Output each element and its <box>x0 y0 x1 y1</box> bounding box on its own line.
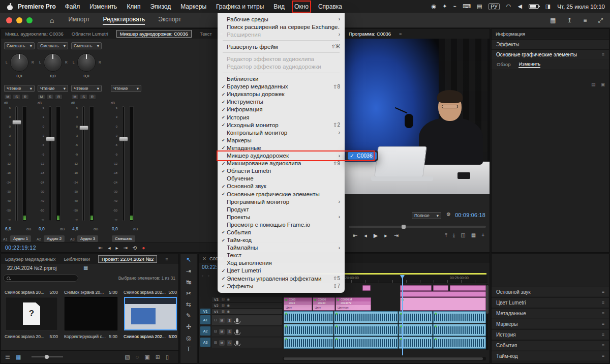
window-menu-item[interactable]: Библиотеки <box>218 75 345 83</box>
loop-icon[interactable]: ⟲ <box>133 245 137 251</box>
menubar-item[interactable]: Окно <box>294 3 309 10</box>
panel-menu-icon[interactable]: ≡ <box>602 300 604 305</box>
track-output-icon[interactable]: ◉ <box>227 310 230 314</box>
menubar-item[interactable]: Вид <box>273 3 285 10</box>
zoom-tool-icon[interactable]: ◎ <box>180 332 197 344</box>
display-icon[interactable]: ▤ <box>477 3 482 10</box>
zoom-window-button[interactable] <box>26 17 33 23</box>
mixer-timecode[interactable]: 00:22:19:12 <box>5 245 36 251</box>
video-clip[interactable] <box>362 285 371 291</box>
window-menu-item[interactable]: ✓Эффекты⇧7 <box>218 282 345 290</box>
workspaces-icon[interactable]: ▦ <box>550 17 556 24</box>
video-clip[interactable] <box>450 285 486 291</box>
solo-button[interactable]: S <box>227 340 232 346</box>
solo-button[interactable]: S <box>227 318 232 323</box>
audio-clip[interactable] <box>433 311 486 323</box>
track-output-icon[interactable]: ◉ <box>227 297 230 301</box>
snap-icon[interactable]: ▫ <box>202 274 203 278</box>
window-menu-item[interactable]: Редактор эффектов аудиодорожки <box>218 63 345 70</box>
menubar-item[interactable]: Клип <box>127 3 140 10</box>
video-track-header[interactable]: V1⊟◉ <box>212 309 282 315</box>
window-menu-item[interactable]: ✓Метаданные <box>218 144 345 151</box>
panel-tab[interactable]: Проект: 22.04.2024 №2 <box>98 255 157 263</box>
new-bin-icon[interactable]: ▣ <box>144 354 149 360</box>
video-clip[interactable] <box>400 297 486 311</box>
source-patch-A2[interactable]: A2 <box>200 326 210 336</box>
delete-icon[interactable]: ▯ <box>166 354 169 360</box>
tab-essential-graphics[interactable]: Основные графические элементы ≡ <box>492 49 609 59</box>
workspace-menu-icon[interactable]: ≡ <box>583 17 587 24</box>
window-menu-item[interactable]: Просмотр с помощью Frame.io <box>218 221 345 228</box>
mic-record-icon[interactable] <box>236 341 238 345</box>
panel-menu-icon[interactable]: ≡ <box>602 353 604 358</box>
track-m-button[interactable]: M <box>38 94 45 100</box>
window-menu-item[interactable]: ✓События <box>218 228 345 236</box>
scrubber-handle[interactable] <box>402 225 406 229</box>
video-clip[interactable]: C0036.M2024072Цветная <box>336 297 371 311</box>
window-menu-item[interactable]: ✓Основные графические элементы <box>218 190 345 198</box>
mode-tab[interactable]: Редактировать <box>103 16 145 25</box>
source-patch-A1[interactable]: A1 <box>200 315 210 324</box>
panel-tab[interactable]: Библиотеки <box>64 256 90 262</box>
fader-handle[interactable] <box>12 120 21 125</box>
panel-menu-icon[interactable]: ≡ <box>399 32 402 37</box>
track-r-button[interactable]: R <box>55 94 63 100</box>
thumbnail-zoom-slider[interactable] <box>32 356 63 357</box>
pan-knob[interactable] <box>44 53 62 72</box>
play-icon[interactable]: ▶ <box>374 232 378 239</box>
assistant-icon[interactable]: ✦ <box>442 3 447 10</box>
window-menu-item[interactable]: ✓Цвет Lumetri <box>218 267 345 275</box>
audio-track-header[interactable]: ⊟MS <box>212 315 282 326</box>
window-menu-item[interactable]: ✓Элементы управления эффектами⇧5 <box>218 275 345 282</box>
mute-button[interactable]: M <box>219 329 225 335</box>
scrollbar-thumb[interactable] <box>486 285 489 314</box>
fader-handle[interactable] <box>119 137 128 141</box>
window-menu-item[interactable]: ✓Браузер медиаданных⇧8 <box>218 83 345 90</box>
submenu-item-c0036[interactable]: ✓C0036 <box>348 152 377 160</box>
pen-tool-icon[interactable]: ✎ <box>180 310 197 321</box>
export-frame-icon[interactable]: ◫ <box>461 232 465 238</box>
stacked-panel-tab[interactable]: Основной звук≡ <box>492 287 609 296</box>
window-menu-item[interactable]: Микшер аудиодорожек› <box>218 152 345 160</box>
control-center-icon[interactable]: ◨ <box>545 3 551 10</box>
automation-mode-dropdown[interactable]: Чтение▾ <box>71 85 102 92</box>
audio-clip[interactable] <box>433 324 486 336</box>
mode-tab[interactable]: Импорт <box>68 16 89 25</box>
project-search-box[interactable] <box>3 275 78 282</box>
video-clip[interactable] <box>433 285 448 291</box>
tab-info[interactable]: Информация <box>496 31 525 37</box>
stacked-panel-tab[interactable]: Маркеры≡ <box>492 319 609 328</box>
zoom-level-dropdown[interactable]: Полное ▾ <box>412 212 441 219</box>
tab-effects[interactable]: Эффекты <box>492 39 609 49</box>
selection-tool-icon[interactable]: ↖ <box>180 254 197 265</box>
bin-item-thumbnail[interactable]: ? <box>5 297 58 330</box>
apple-menu-icon[interactable] <box>7 3 13 10</box>
panel-menu-icon[interactable]: ≡ <box>602 332 604 337</box>
minimize-window-button[interactable] <box>16 17 22 23</box>
track-s-button[interactable]: S <box>80 94 87 100</box>
window-menu-item[interactable]: ✓Индикаторы дорожек <box>218 90 345 98</box>
fader-handle[interactable] <box>79 126 88 130</box>
volume-fader[interactable] <box>82 106 85 221</box>
screen-record-icon[interactable]: ◉ <box>432 3 437 10</box>
window-menu-item[interactable]: Развернуть фрейм⇧Ж <box>218 43 345 50</box>
settings-wrench-icon[interactable]: ⚙ <box>446 211 451 217</box>
pan-mode-dropdown[interactable]: Смешать▾ <box>4 42 35 49</box>
track-name-button[interactable]: Аудио 2 <box>44 235 65 242</box>
vertical-scrollbar[interactable] <box>486 284 489 350</box>
close-icon[interactable]: ✕ <box>202 256 206 261</box>
window-menu-item[interactable]: ✓Тайм-код <box>218 236 345 244</box>
project-file-name[interactable]: 22.04.2024 №2.prproj <box>7 265 56 271</box>
wifi-icon[interactable]: ◠ <box>506 3 511 10</box>
step-back-icon[interactable]: ◂ <box>364 232 367 239</box>
pan-knob[interactable] <box>77 53 96 72</box>
slip-tool-icon[interactable]: ⇆ <box>180 299 197 310</box>
audio-clip[interactable] <box>334 337 398 349</box>
track-m-button[interactable]: M <box>71 94 79 100</box>
search-input[interactable] <box>13 276 69 281</box>
pan-knob[interactable] <box>10 53 28 72</box>
program-scrubber[interactable] <box>349 226 486 228</box>
window-menu-item[interactable]: ✓Основной звук <box>218 183 345 190</box>
home-icon[interactable]: ⌂ <box>50 16 54 24</box>
panel-menu-icon[interactable]: ≡ <box>602 343 604 348</box>
